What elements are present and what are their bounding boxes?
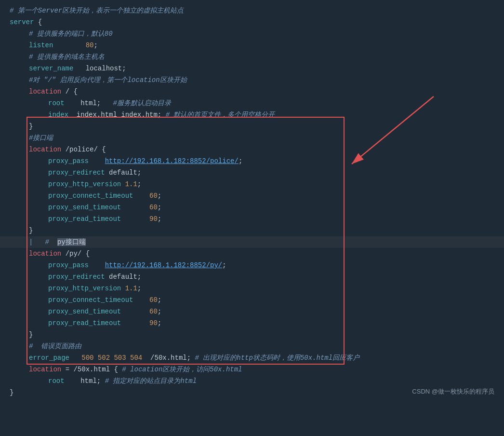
line-16-content: proxy_http_version 1.1; <box>0 179 141 190</box>
line-4: listen 80; <box>0 40 504 51</box>
line-18: proxy_send_timeout 60; <box>0 202 504 213</box>
line-25: proxy_http_version 1.1; <box>0 283 504 294</box>
line-7-content: #对 "/" 启用反向代理，第一个location区块开始 <box>0 75 187 85</box>
line-34-content: } <box>0 387 13 398</box>
line-30: # 错误页面路由 <box>0 341 504 352</box>
line-29-content: } <box>0 329 33 340</box>
line-13: location /police/ { <box>0 144 504 155</box>
line-1-content: # 第一个Server区块开始，表示一个独立的虚拟主机站点 <box>0 5 184 16</box>
line-22: location /py/ { <box>0 248 504 259</box>
line-12: #接口端 <box>0 132 504 144</box>
line-11: } <box>0 121 504 132</box>
line-3-content: # 提供服务的端口，默认80 <box>0 28 113 39</box>
line-22-content: location /py/ { <box>0 248 90 259</box>
line-33: root html; # 指定对应的站点目录为html <box>0 375 504 387</box>
line-26: proxy_connect_timeout 60; <box>0 294 504 306</box>
line-23-content: proxy_pass http://192.168.1.182:8852/py/… <box>0 260 226 271</box>
line-19: proxy_read_timeout 90; <box>0 213 504 225</box>
line-21: | # py接口端 <box>0 236 504 248</box>
line-6: server_name localhost; <box>0 63 504 74</box>
line-23: proxy_pass http://192.168.1.182:8852/py/… <box>0 259 504 271</box>
line-14: proxy_pass http://192.168.1.182:8852/pol… <box>0 155 504 167</box>
line-1: # 第一个Server区块开始，表示一个独立的虚拟主机站点 <box>0 5 504 16</box>
line-4-content: listen 80; <box>0 40 98 51</box>
line-31: error_page 500 502 503 504 /50x.html; # … <box>0 352 504 364</box>
line-17-content: proxy_connect_timeout 60; <box>0 191 161 201</box>
line-9-content: root html; #服务默认启动目录 <box>0 98 171 109</box>
line-12-content: #接口端 <box>0 133 53 143</box>
line-19-content: proxy_read_timeout 90; <box>0 214 161 224</box>
line-16: proxy_http_version 1.1; <box>0 178 504 190</box>
line-21-content: | # py接口端 <box>0 237 86 247</box>
line-8-content: location / { <box>0 86 78 97</box>
line-2-content: server { <box>0 17 42 27</box>
line-3: # 提供服务的端口，默认80 <box>0 28 504 40</box>
line-24: proxy_redirect default; <box>0 271 504 283</box>
line-11-content: } <box>0 121 33 132</box>
line-32: location = /50x.html { # location区块开始，访问… <box>0 364 504 375</box>
line-26-content: proxy_connect_timeout 60; <box>0 295 161 305</box>
line-33-content: root html; # 指定对应的站点目录为html <box>0 376 197 386</box>
line-29: } <box>0 329 504 341</box>
line-5-content: # 提供服务的域名主机名 <box>0 52 105 62</box>
line-32-content: location = /50x.html { # location区块开始，访问… <box>0 364 242 375</box>
line-28-content: proxy_read_timeout 90; <box>0 318 161 328</box>
line-14-content: proxy_pass http://192.168.1.182:8852/pol… <box>0 156 242 166</box>
line-7: #对 "/" 启用反向代理，第一个location区块开始 <box>0 74 504 86</box>
line-30-content: # 错误页面路由 <box>0 341 81 352</box>
line-18-content: proxy_send_timeout 60; <box>0 202 161 213</box>
line-28: proxy_read_timeout 90; <box>0 317 504 329</box>
line-20-content: } <box>0 225 33 236</box>
line-27: proxy_send_timeout 60; <box>0 306 504 317</box>
line-6-content: server_name localhost; <box>0 63 126 74</box>
line-9: root html; #服务默认启动目录 <box>0 97 504 109</box>
line-25-content: proxy_http_version 1.1; <box>0 283 141 294</box>
line-20: } <box>0 225 504 236</box>
line-15: proxy_redirect default; <box>0 167 504 178</box>
line-24-content: proxy_redirect default; <box>0 272 141 282</box>
watermark: CSDN @做一枚快乐的程序员 <box>412 387 494 396</box>
line-15-content: proxy_redirect default; <box>0 167 141 178</box>
line-17: proxy_connect_timeout 60; <box>0 190 504 202</box>
line-2: server { <box>0 16 504 28</box>
line-10-content: index index.html index.htm; # 默认的首页文件，多个… <box>0 109 275 120</box>
line-8: location / { <box>0 86 504 97</box>
line-27-content: proxy_send_timeout 60; <box>0 306 161 317</box>
line-10: index index.html index.htm; # 默认的首页文件，多个… <box>0 109 504 121</box>
code-area: # 第一个Server区块开始，表示一个独立的虚拟主机站点 server { #… <box>0 0 504 403</box>
line-5: # 提供服务的域名主机名 <box>0 51 504 63</box>
line-31-content: error_page 500 502 503 504 /50x.html; # … <box>0 353 359 363</box>
line-13-content: location /police/ { <box>0 144 106 155</box>
